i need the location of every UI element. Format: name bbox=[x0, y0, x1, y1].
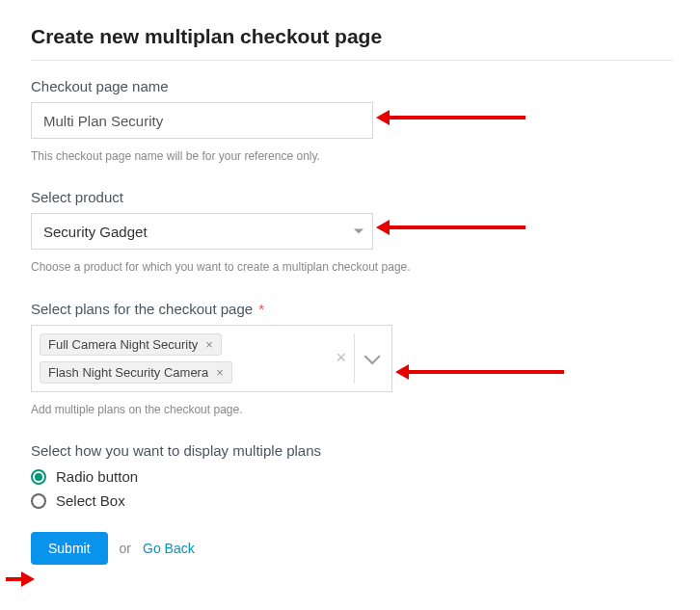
plans-controls: × bbox=[322, 326, 391, 391]
actions-row: Submit or Go Back bbox=[31, 532, 673, 565]
label-plans-text: Select plans for the checkout page bbox=[31, 301, 253, 317]
chevron-down-icon bbox=[364, 348, 381, 364]
divider bbox=[31, 60, 673, 61]
field-plans: Select plans for the checkout page * Ful… bbox=[31, 301, 673, 419]
radio-option-select-box[interactable]: Select Box bbox=[31, 492, 673, 509]
plan-chip-label: Flash Night Security Camera bbox=[48, 365, 208, 380]
annotation-arrow bbox=[405, 370, 564, 374]
annotation-arrow bbox=[6, 577, 25, 581]
plans-multiselect[interactable]: Full Camera Night Security × Flash Night… bbox=[31, 325, 392, 392]
remove-chip-icon[interactable]: × bbox=[216, 366, 224, 379]
clear-all-icon[interactable]: × bbox=[328, 348, 354, 368]
checkout-name-input[interactable] bbox=[31, 102, 373, 139]
field-product: Select product Security Gadget Choose a … bbox=[31, 189, 673, 277]
caret-down-icon bbox=[354, 229, 363, 234]
annotation-arrow bbox=[386, 225, 525, 229]
helper-product: Choose a product for which you want to c… bbox=[31, 257, 436, 277]
label-display-type: Select how you want to display multiple … bbox=[31, 442, 673, 459]
radio-icon bbox=[31, 493, 46, 509]
plans-dropdown-toggle[interactable] bbox=[355, 353, 386, 364]
remove-chip-icon[interactable]: × bbox=[205, 338, 213, 351]
plans-chips-area: Full Camera Night Security × Flash Night… bbox=[32, 326, 322, 391]
radio-icon bbox=[31, 469, 46, 485]
label-plans: Select plans for the checkout page * bbox=[31, 301, 673, 317]
field-display-type: Select how you want to display multiple … bbox=[31, 442, 673, 509]
field-checkout-name: Checkout page name This checkout page na… bbox=[31, 78, 673, 166]
label-product: Select product bbox=[31, 189, 673, 205]
go-back-link[interactable]: Go Back bbox=[143, 541, 195, 556]
annotation-arrow bbox=[386, 116, 525, 119]
radio-label: Select Box bbox=[56, 492, 125, 509]
submit-button[interactable]: Submit bbox=[31, 532, 108, 565]
plan-chip: Full Camera Night Security × bbox=[40, 333, 222, 356]
radio-option-radio-button[interactable]: Radio button bbox=[31, 468, 673, 485]
product-select-value: Security Gadget bbox=[31, 213, 373, 250]
radio-label: Radio button bbox=[56, 468, 138, 485]
helper-checkout-name: This checkout page name will be for your… bbox=[31, 146, 436, 166]
required-mark: * bbox=[258, 301, 264, 317]
page-title: Create new multiplan checkout page bbox=[31, 25, 673, 48]
helper-plans: Add multiple plans on the checkout page. bbox=[31, 400, 436, 419]
product-select[interactable]: Security Gadget bbox=[31, 213, 373, 250]
or-text: or bbox=[120, 541, 131, 556]
radio-group-display: Radio button Select Box bbox=[31, 468, 673, 509]
plan-chip-label: Full Camera Night Security bbox=[48, 337, 198, 352]
label-checkout-name: Checkout page name bbox=[31, 78, 673, 94]
plan-chip: Flash Night Security Camera × bbox=[40, 361, 232, 384]
